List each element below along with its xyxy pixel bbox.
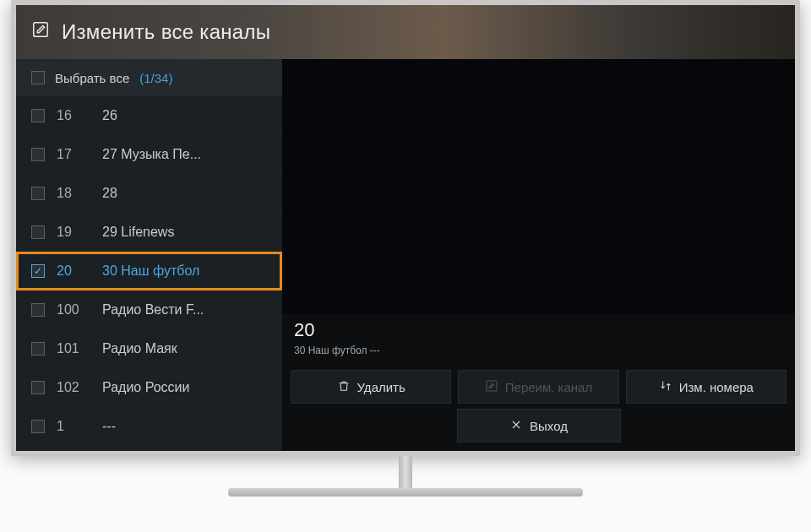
- renumber-label: Изм. номера: [679, 380, 754, 394]
- channel-row-number: 1: [57, 419, 90, 434]
- tv-stand-base: [228, 488, 583, 497]
- trash-icon: [337, 379, 351, 395]
- page-title: Изменить все каналы: [62, 20, 270, 44]
- renumber-button[interactable]: Изм. номера: [626, 370, 787, 404]
- channel-meta: 20 30 Наш футбол ---: [282, 314, 795, 365]
- channel-row-number: 100: [57, 302, 90, 318]
- channel-row[interactable]: 100Радио Вести F...: [16, 290, 282, 329]
- delete-button[interactable]: Удалить: [291, 370, 451, 404]
- tv-stand-stem: [399, 456, 412, 490]
- channel-number: 20: [294, 319, 783, 341]
- channel-row[interactable]: 1---: [16, 407, 282, 446]
- channel-row[interactable]: 1727 Музыка Пе...: [16, 135, 282, 174]
- rename-button[interactable]: Переим. канал: [458, 370, 618, 404]
- rename-label: Переим. канал: [505, 380, 592, 394]
- channel-list[interactable]: 16261727 Музыка Пе...18281929 Lifenews20…: [16, 96, 282, 451]
- channel-checkbox[interactable]: [31, 148, 45, 161]
- channel-sidebar: Выбрать все (1/34) 16261727 Музыка Пе...…: [16, 59, 282, 451]
- channel-row-number: 19: [57, 225, 90, 240]
- channel-row-name: Радио Вести F...: [102, 302, 267, 318]
- channel-checkbox[interactable]: [31, 303, 45, 317]
- swap-icon: [659, 379, 672, 395]
- channel-row[interactable]: 101Радио Маяк: [16, 329, 282, 368]
- channel-row-number: 17: [57, 147, 90, 162]
- select-all-checkbox[interactable]: [31, 71, 45, 84]
- svg-rect-1: [487, 381, 497, 391]
- select-all-row[interactable]: Выбрать все (1/34): [16, 59, 282, 96]
- channel-checkbox[interactable]: [31, 342, 45, 356]
- exit-label: Выход: [530, 419, 568, 433]
- select-count: (1/34): [139, 71, 172, 85]
- channel-row-number: 16: [57, 108, 90, 123]
- channel-row-name: Радио России: [102, 380, 267, 395]
- channel-row[interactable]: 102Радио России: [16, 368, 282, 407]
- channel-row-name: ---: [102, 419, 267, 434]
- detail-panel: 20 30 Наш футбол --- Удалить: [282, 59, 795, 451]
- channel-row[interactable]: 1626: [16, 96, 282, 135]
- channel-checkbox[interactable]: [31, 225, 45, 239]
- pencil-icon: [485, 379, 498, 395]
- channel-row-name: Радио Маяк: [102, 341, 267, 356]
- svg-rect-0: [34, 23, 48, 37]
- select-all-label: Выбрать все: [55, 71, 129, 85]
- tv-frame: Изменить все каналы Выбрать все (1/34) 1…: [11, 0, 800, 456]
- channel-row-number: 101: [57, 341, 90, 356]
- channel-checkbox[interactable]: [31, 109, 45, 122]
- channel-checkbox[interactable]: [31, 187, 45, 200]
- channel-row[interactable]: 1929 Lifenews: [16, 213, 282, 252]
- channel-row-number: 18: [57, 186, 90, 201]
- channel-row-number: 102: [57, 380, 90, 395]
- channel-row[interactable]: 1828: [16, 174, 282, 213]
- edit-icon: [31, 20, 50, 44]
- close-icon: [509, 418, 523, 434]
- channel-checkbox[interactable]: [31, 420, 45, 433]
- channel-name: 30 Наш футбол ---: [294, 345, 783, 356]
- channel-row-name: 27 Музыка Пе...: [102, 147, 267, 162]
- channel-row-name: 30 Наш футбол: [102, 263, 267, 279]
- channel-row-number: 20: [57, 263, 90, 279]
- channel-row[interactable]: 2030 Наш футбол: [16, 252, 282, 290]
- channel-row-name: 29 Lifenews: [102, 225, 267, 240]
- channel-row-name: 26: [102, 108, 267, 123]
- header-bar: Изменить все каналы: [16, 5, 795, 59]
- tv-screen: Изменить все каналы Выбрать все (1/34) 1…: [16, 5, 795, 451]
- channel-checkbox[interactable]: [31, 264, 45, 278]
- channel-row-name: 28: [102, 186, 267, 201]
- channel-preview: [282, 59, 795, 314]
- exit-button[interactable]: Выход: [457, 409, 621, 442]
- delete-label: Удалить: [357, 380, 406, 394]
- channel-checkbox[interactable]: [31, 381, 45, 394]
